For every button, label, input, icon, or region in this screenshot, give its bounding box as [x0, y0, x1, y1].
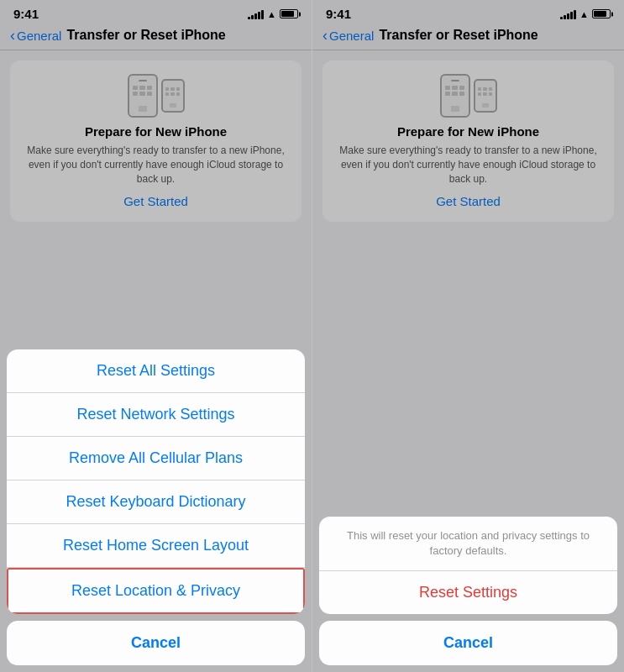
- action-sheet-overlay-left: Reset All Settings Reset Network Setting…: [0, 0, 312, 672]
- reset-home-screen-layout-item[interactable]: Reset Home Screen Layout: [7, 524, 305, 568]
- reset-settings-button-right[interactable]: Reset Settings: [319, 571, 617, 614]
- confirm-overlay-right: This will reset your location and privac…: [312, 0, 624, 672]
- cancel-button-right[interactable]: Cancel: [319, 621, 617, 665]
- cancel-button-left[interactable]: Cancel: [7, 621, 305, 665]
- reset-network-settings-item[interactable]: Reset Network Settings: [7, 393, 305, 437]
- reset-all-settings-item[interactable]: Reset All Settings: [7, 349, 305, 393]
- left-panel: 9:41 ▲ ‹ General Transfer or Reset iPhon…: [0, 0, 312, 672]
- right-panel: 9:41 ▲ ‹ General Transfer or Reset iPhon…: [312, 0, 624, 672]
- confirm-sheet-right: This will reset your location and privac…: [319, 517, 617, 614]
- reset-keyboard-dictionary-item[interactable]: Reset Keyboard Dictionary: [7, 480, 305, 524]
- action-sheet-left: Reset All Settings Reset Network Setting…: [7, 349, 305, 614]
- remove-cellular-plans-item[interactable]: Remove All Cellular Plans: [7, 437, 305, 480]
- confirm-message-right: This will reset your location and privac…: [319, 517, 617, 571]
- reset-location-privacy-item[interactable]: Reset Location & Privacy: [7, 568, 305, 614]
